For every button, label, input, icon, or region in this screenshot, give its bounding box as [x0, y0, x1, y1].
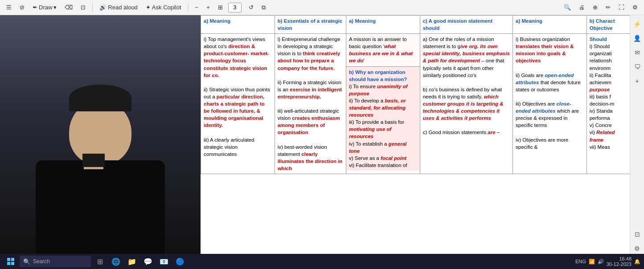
- network-icon: 📶: [589, 259, 595, 265]
- pen-icon: ✒: [33, 4, 37, 11]
- refresh-btn[interactable]: ↺: [246, 3, 256, 12]
- teams-sidebar-icon[interactable]: 🗨: [632, 61, 643, 72]
- r1c6-header: Should: [590, 37, 607, 42]
- fullscreen-sidebar-btn[interactable]: ⊡: [632, 229, 643, 240]
- col3-header-text: a) Meaning: [349, 18, 376, 24]
- mail-sidebar-icon[interactable]: ✉: [632, 47, 643, 58]
- copilot-icon: ✦: [146, 4, 151, 11]
- zoom-out-btn[interactable]: −: [193, 3, 201, 12]
- svg-rect-2: [7, 262, 10, 265]
- windows-icon: [7, 258, 14, 265]
- cell-r1-c3: A mission is an answer to basic question…: [346, 34, 420, 174]
- taskbar-right-area: ENG 📶 🔊 16:48 30-12-2023 🔔: [575, 256, 640, 267]
- header-col1: a) Meaning: [201, 16, 275, 34]
- sep1: [92, 3, 93, 12]
- table-header-row: a) Meaning b) Essentials of a strategic …: [201, 16, 644, 34]
- r1c4-text-c: c) Good mission statements are –: [423, 130, 500, 135]
- chrome-taskbar-btn[interactable]: 🔵: [173, 255, 187, 268]
- r1c6-iii: iii) basis fdecision-m: [590, 94, 615, 106]
- external-icon: ⧉: [262, 4, 266, 11]
- language-label: ENG: [575, 259, 586, 264]
- r1c1-text: i) Top management's views about co's dir…: [204, 37, 269, 77]
- speaker-icon: 🔊: [99, 4, 107, 11]
- profile-sidebar-icon[interactable]: 👤: [632, 33, 643, 44]
- search-text: Search: [33, 258, 50, 265]
- r1c6-vi: vi) Relatedframe: [590, 130, 615, 142]
- volume-icon: 🔊: [598, 259, 604, 265]
- outlook-taskbar-btn[interactable]: 📧: [157, 255, 171, 268]
- annotate-icon: ✏: [606, 4, 611, 11]
- taskbar-search-box[interactable]: 🔍 Search: [20, 256, 91, 267]
- add-sidebar-btn[interactable]: +: [632, 76, 643, 86]
- col4-header-text: c) A good mission statement should: [423, 18, 492, 31]
- fit-icon: ⊡: [81, 4, 86, 11]
- ask-copilot-label: Ask Copilot: [152, 4, 181, 11]
- list-tool-btn[interactable]: ☰: [4, 3, 14, 12]
- filter-tool-btn[interactable]: ⊘: [17, 3, 27, 12]
- share-icon: ⊕: [593, 4, 598, 11]
- share-btn[interactable]: ⊕: [590, 3, 600, 12]
- edge-browser-btn[interactable]: 🌐: [109, 255, 123, 268]
- read-aloud-btn[interactable]: 🔊 Read aloud: [97, 3, 140, 12]
- document-area: a) Meaning b) Essentials of a strategic …: [201, 15, 644, 254]
- r1c4-text-b: b) co's business is defined by what need…: [423, 87, 504, 121]
- table-row-1: i) Top management's views about co's dir…: [201, 34, 644, 174]
- sep2: [188, 3, 189, 12]
- page-view-btn[interactable]: ⊞: [215, 3, 226, 12]
- webcam-area: [0, 15, 201, 254]
- zoom-in-btn[interactable]: +: [204, 3, 213, 12]
- page-number-input[interactable]: [228, 3, 242, 12]
- fit-page-btn[interactable]: ⊡: [78, 3, 88, 12]
- ask-copilot-btn[interactable]: ✦ Ask Copilot: [143, 3, 184, 12]
- refresh-icon: ↺: [249, 4, 254, 11]
- right-sidebar: ⚡ 👤 ✉ 🗨 + ⊡ ⚙: [630, 15, 644, 254]
- fullscreen-btn[interactable]: ⛶: [616, 3, 627, 12]
- cell-r1-c5: i) Business organization translates thei…: [513, 34, 587, 174]
- r1c3-vi: vi) Facilitate translation of: [349, 163, 407, 168]
- start-button[interactable]: [4, 255, 18, 268]
- eraser-icon: ⌫: [65, 4, 73, 11]
- r1c3-v: v) Serve as a focal point: [349, 155, 406, 161]
- copilot-sidebar-icon[interactable]: ⚡: [632, 19, 643, 29]
- search-btn[interactable]: 🔍: [561, 3, 574, 12]
- r1c1-text2: ii) Strategic vision thus points out a p…: [204, 87, 270, 128]
- r1c5-text-iii: iii) Objectives are close- ended attribu…: [516, 101, 579, 128]
- print-btn[interactable]: 🖨: [576, 3, 587, 12]
- r1c3-iii: iii) To provide a basis for motivating u…: [349, 119, 404, 139]
- top-toolbar: ☰ ⊘ ✒ Draw ▾ ⌫ ⊡ 🔊 Read aloud ✦ Ask Copi…: [0, 0, 644, 15]
- svg-rect-3: [11, 262, 14, 265]
- clock: 16:48 30-12-2023: [607, 256, 632, 267]
- teams-taskbar-btn[interactable]: 💬: [141, 255, 155, 268]
- col6-header-text: b) CharactObjective: [590, 18, 615, 31]
- col1-header-text: a) Meaning: [204, 18, 230, 24]
- r1c6-iv: iv) Standaperforma: [590, 108, 613, 121]
- settings-sidebar-btn[interactable]: ⚙: [632, 243, 643, 254]
- explorer-btn[interactable]: 📁: [125, 255, 139, 268]
- pen-tool-btn[interactable]: ✒ Draw ▾: [30, 3, 59, 12]
- r1c6-v: v) Concre: [590, 122, 612, 128]
- notification-icon[interactable]: 🔔: [634, 259, 640, 265]
- r1c6-ii: ii) Facilitaachievempurpose: [590, 73, 611, 92]
- settings-btn[interactable]: ⚙: [630, 3, 640, 12]
- cell-r1-c4: a) One of the roles of a mission stateme…: [420, 34, 513, 174]
- clock-time: 16:48: [607, 256, 632, 261]
- task-view-btn[interactable]: ⊞: [93, 255, 107, 268]
- annotate-btn[interactable]: ✏: [603, 3, 613, 12]
- col2-header-text: b) Essentials of a strategic vision: [278, 18, 343, 31]
- svg-rect-0: [7, 258, 10, 261]
- settings-icon: ⚙: [632, 4, 638, 11]
- search-icon: 🔍: [564, 4, 571, 11]
- list-icon: ☰: [6, 4, 12, 11]
- external-link-btn[interactable]: ⧉: [259, 3, 268, 12]
- header-col5: a) Meaning: [513, 16, 587, 34]
- cell-r1-c1: i) Top management's views about co's dir…: [201, 34, 275, 174]
- r1c5-text-iv: iv) Objectives are more specific &: [516, 137, 568, 150]
- cell-r1-c2: i) Entrepreneurial challenge in developi…: [275, 34, 346, 174]
- r1c5-text-ii: ii) Goals are open-ended attributes that…: [516, 73, 581, 92]
- r1c4-text-a: a) One of the roles of a mission stateme…: [423, 37, 510, 77]
- content-table: a) Meaning b) Essentials of a strategic …: [201, 15, 644, 174]
- read-aloud-label: Read aloud: [108, 4, 138, 11]
- eraser-tool-btn[interactable]: ⌫: [62, 3, 75, 12]
- header-col3: a) Meaning: [346, 16, 420, 34]
- svg-rect-1: [11, 258, 14, 261]
